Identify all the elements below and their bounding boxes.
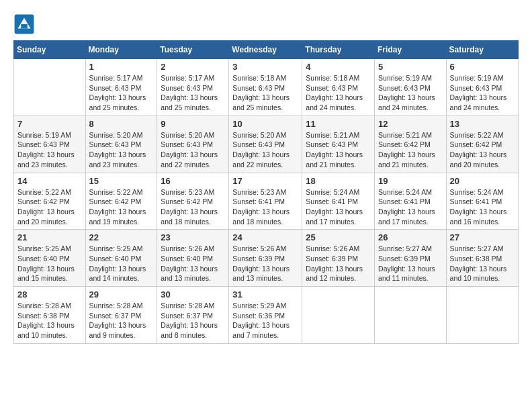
calendar-cell: 21Sunrise: 5:25 AM Sunset: 6:40 PM Dayli… [14,230,86,287]
week-row-3: 14Sunrise: 5:22 AM Sunset: 6:42 PM Dayli… [14,173,519,230]
calendar-cell: 9Sunrise: 5:20 AM Sunset: 6:43 PM Daylig… [157,116,229,173]
col-header-monday: Monday [85,41,157,59]
calendar-cell: 31Sunrise: 5:29 AM Sunset: 6:36 PM Dayli… [229,287,302,344]
day-info: Sunrise: 5:22 AM Sunset: 6:42 PM Dayligh… [450,130,515,170]
calendar-cell: 3Sunrise: 5:18 AM Sunset: 6:43 PM Daylig… [229,59,302,116]
calendar-cell: 5Sunrise: 5:19 AM Sunset: 6:43 PM Daylig… [375,59,447,116]
day-info: Sunrise: 5:27 AM Sunset: 6:38 PM Dayligh… [450,244,515,283]
day-number: 30 [161,289,225,300]
header-row: SundayMondayTuesdayWednesdayThursdayFrid… [14,41,519,59]
calendar-table: SundayMondayTuesdayWednesdayThursdayFrid… [13,40,519,344]
col-header-thursday: Thursday [302,41,375,59]
day-info: Sunrise: 5:20 AM Sunset: 6:43 PM Dayligh… [232,130,298,170]
calendar-cell [446,287,518,344]
day-number: 23 [161,232,225,242]
day-number: 5 [378,62,443,72]
day-info: Sunrise: 5:26 AM Sunset: 6:39 PM Dayligh… [306,244,371,283]
day-info: Sunrise: 5:24 AM Sunset: 6:41 PM Dayligh… [378,187,443,227]
day-info: Sunrise: 5:22 AM Sunset: 6:42 PM Dayligh… [17,187,82,227]
day-number: 19 [378,176,443,186]
day-number: 16 [161,176,225,186]
day-info: Sunrise: 5:22 AM Sunset: 6:42 PM Dayligh… [89,187,154,227]
day-number: 14 [17,176,82,186]
day-info: Sunrise: 5:25 AM Sunset: 6:40 PM Dayligh… [89,244,154,283]
calendar-cell: 7Sunrise: 5:19 AM Sunset: 6:43 PM Daylig… [14,116,86,173]
day-info: Sunrise: 5:19 AM Sunset: 6:43 PM Dayligh… [17,130,82,170]
calendar-cell: 18Sunrise: 5:24 AM Sunset: 6:41 PM Dayli… [302,173,375,230]
day-number: 12 [378,119,443,129]
day-number: 21 [17,232,82,242]
day-info: Sunrise: 5:17 AM Sunset: 6:43 PM Dayligh… [161,73,225,113]
day-info: Sunrise: 5:18 AM Sunset: 6:43 PM Dayligh… [232,73,298,113]
week-row-5: 28Sunrise: 5:28 AM Sunset: 6:38 PM Dayli… [14,287,519,344]
day-info: Sunrise: 5:20 AM Sunset: 6:43 PM Dayligh… [89,130,154,170]
day-info: Sunrise: 5:19 AM Sunset: 6:43 PM Dayligh… [450,73,515,113]
calendar-cell: 19Sunrise: 5:24 AM Sunset: 6:41 PM Dayli… [375,173,447,230]
calendar-cell: 22Sunrise: 5:25 AM Sunset: 6:40 PM Dayli… [85,230,157,287]
calendar-cell: 2Sunrise: 5:17 AM Sunset: 6:43 PM Daylig… [157,59,229,116]
day-info: Sunrise: 5:24 AM Sunset: 6:41 PM Dayligh… [450,187,515,227]
day-number: 2 [161,62,225,72]
day-number: 7 [17,119,82,129]
day-info: Sunrise: 5:19 AM Sunset: 6:43 PM Dayligh… [378,73,443,113]
day-number: 4 [306,62,371,72]
calendar-cell [302,287,375,344]
day-number: 15 [89,176,154,186]
day-number: 1 [89,62,154,72]
calendar-cell: 20Sunrise: 5:24 AM Sunset: 6:41 PM Dayli… [446,173,518,230]
day-number: 10 [232,119,298,129]
day-number: 17 [232,176,298,186]
calendar-cell [375,287,447,344]
calendar-cell: 28Sunrise: 5:28 AM Sunset: 6:38 PM Dayli… [14,287,86,344]
col-header-wednesday: Wednesday [229,41,302,59]
day-number: 11 [306,119,371,129]
day-info: Sunrise: 5:20 AM Sunset: 6:43 PM Dayligh… [161,130,225,170]
week-row-4: 21Sunrise: 5:25 AM Sunset: 6:40 PM Dayli… [14,230,519,287]
calendar-cell: 12Sunrise: 5:21 AM Sunset: 6:42 PM Dayli… [375,116,447,173]
day-info: Sunrise: 5:28 AM Sunset: 6:37 PM Dayligh… [89,301,154,340]
calendar-cell: 14Sunrise: 5:22 AM Sunset: 6:42 PM Dayli… [14,173,86,230]
calendar-cell: 11Sunrise: 5:21 AM Sunset: 6:43 PM Dayli… [302,116,375,173]
calendar-cell: 29Sunrise: 5:28 AM Sunset: 6:37 PM Dayli… [85,287,157,344]
day-number: 6 [450,62,515,72]
day-number: 24 [232,232,298,242]
day-info: Sunrise: 5:29 AM Sunset: 6:36 PM Dayligh… [232,301,298,340]
calendar-cell: 6Sunrise: 5:19 AM Sunset: 6:43 PM Daylig… [446,59,518,116]
calendar-cell: 10Sunrise: 5:20 AM Sunset: 6:43 PM Dayli… [229,116,302,173]
day-info: Sunrise: 5:23 AM Sunset: 6:41 PM Dayligh… [232,187,298,227]
day-info: Sunrise: 5:17 AM Sunset: 6:43 PM Dayligh… [89,73,154,113]
col-header-tuesday: Tuesday [157,41,229,59]
day-info: Sunrise: 5:27 AM Sunset: 6:39 PM Dayligh… [378,244,443,283]
calendar-cell: 17Sunrise: 5:23 AM Sunset: 6:41 PM Dayli… [229,173,302,230]
page-header [13,13,519,35]
day-info: Sunrise: 5:21 AM Sunset: 6:43 PM Dayligh… [306,130,371,170]
logo-icon [13,13,35,35]
calendar-cell: 15Sunrise: 5:22 AM Sunset: 6:42 PM Dayli… [85,173,157,230]
week-row-2: 7Sunrise: 5:19 AM Sunset: 6:43 PM Daylig… [14,116,519,173]
day-info: Sunrise: 5:26 AM Sunset: 6:39 PM Dayligh… [232,244,298,283]
col-header-saturday: Saturday [446,41,518,59]
day-number: 13 [450,119,515,129]
day-info: Sunrise: 5:26 AM Sunset: 6:40 PM Dayligh… [161,244,225,283]
calendar-cell: 27Sunrise: 5:27 AM Sunset: 6:38 PM Dayli… [446,230,518,287]
calendar-cell: 4Sunrise: 5:18 AM Sunset: 6:43 PM Daylig… [302,59,375,116]
day-info: Sunrise: 5:21 AM Sunset: 6:42 PM Dayligh… [378,130,443,170]
logo [13,13,39,35]
day-info: Sunrise: 5:24 AM Sunset: 6:41 PM Dayligh… [306,187,371,227]
calendar-cell: 24Sunrise: 5:26 AM Sunset: 6:39 PM Dayli… [229,230,302,287]
calendar-cell: 30Sunrise: 5:28 AM Sunset: 6:37 PM Dayli… [157,287,229,344]
day-info: Sunrise: 5:28 AM Sunset: 6:38 PM Dayligh… [17,301,82,340]
day-info: Sunrise: 5:18 AM Sunset: 6:43 PM Dayligh… [306,73,371,113]
calendar-cell: 25Sunrise: 5:26 AM Sunset: 6:39 PM Dayli… [302,230,375,287]
calendar-cell: 16Sunrise: 5:23 AM Sunset: 6:42 PM Dayli… [157,173,229,230]
day-number: 27 [450,232,515,242]
week-row-1: 1Sunrise: 5:17 AM Sunset: 6:43 PM Daylig… [14,59,519,116]
day-number: 25 [306,232,371,242]
day-info: Sunrise: 5:28 AM Sunset: 6:37 PM Dayligh… [161,301,225,340]
day-info: Sunrise: 5:23 AM Sunset: 6:42 PM Dayligh… [161,187,225,227]
day-number: 18 [306,176,371,186]
svg-rect-2 [21,24,28,28]
day-number: 20 [450,176,515,186]
col-header-friday: Friday [375,41,447,59]
calendar-cell: 8Sunrise: 5:20 AM Sunset: 6:43 PM Daylig… [85,116,157,173]
